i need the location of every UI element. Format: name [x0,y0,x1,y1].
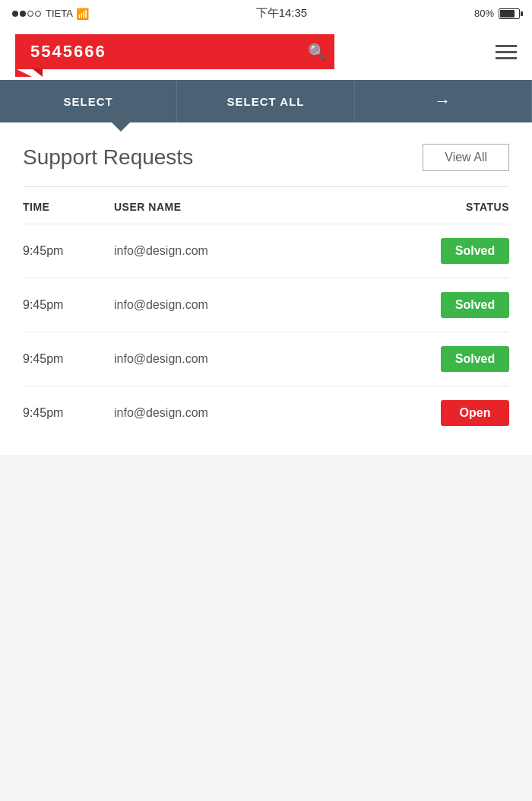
nav-arrow-icon: → [434,91,451,111]
header-time: TIME [23,201,114,213]
status-left: TIETA 📶 [12,8,89,20]
table-body: 9:45pm info@design.com Solved 9:45pm inf… [23,224,509,440]
row-user: info@design.com [114,352,410,366]
hamburger-line2 [496,51,517,53]
red-tab-left [15,68,32,77]
search-wrap: 🔍 [15,34,334,69]
wifi-icon: 📶 [76,8,89,20]
row-user: info@design.com [114,406,410,420]
nav-bar: SELECT SELECT ALL → [0,80,532,122]
header-username: USER NAME [114,201,410,213]
row-status: Open [410,400,509,426]
nav-select-label: SELECT [64,95,113,108]
status-badge[interactable]: Solved [441,346,509,372]
nav-arrow[interactable]: → [355,80,532,122]
view-all-button[interactable]: View All [423,144,509,171]
table-row: 9:45pm info@design.com Solved [23,332,509,386]
hamburger-line1 [496,45,517,47]
red-tab-right [32,68,43,77]
status-badge[interactable]: Solved [441,238,509,264]
row-time: 9:45pm [23,298,114,312]
status-badge[interactable]: Solved [441,292,509,318]
battery-percent: 80% [474,8,494,19]
app-header: 🔍 [0,27,532,80]
search-input[interactable] [15,34,334,69]
nav-select-all-label: SELECT ALL [227,95,305,108]
nav-dropdown-arrow [110,121,131,132]
row-time: 9:45pm [23,352,114,366]
table-row: 9:45pm info@design.com Solved [23,224,509,278]
status-time: 下午14:35 [256,6,308,21]
search-icon[interactable]: 🔍 [308,43,327,61]
table-row: 9:45pm info@design.com Solved [23,278,509,332]
table-divider [23,186,509,187]
hamburger-line3 [496,57,517,59]
row-status: Solved [410,346,509,372]
carrier-label: TIETA [46,8,73,19]
hamburger-menu[interactable] [496,45,517,59]
battery-fill [500,10,515,17]
row-user: info@design.com [114,298,410,312]
signal-dots [12,8,43,19]
row-status: Solved [410,292,509,318]
nav-select-all[interactable]: SELECT ALL [177,80,354,122]
status-badge[interactable]: Open [441,400,509,426]
status-bar: TIETA 📶 下午14:35 80% [0,0,532,27]
nav-select[interactable]: SELECT [0,80,177,122]
main-content: Support Requests View All TIME USER NAME… [0,122,532,455]
status-right: 80% [474,8,520,19]
header-status: STATUS [410,201,509,213]
row-status: Solved [410,238,509,264]
section-title: Support Requests [23,145,193,170]
battery-icon [499,8,520,19]
section-header: Support Requests View All [23,144,509,171]
row-time: 9:45pm [23,244,114,258]
table-row: 9:45pm info@design.com Open [23,386,509,440]
table-header: TIME USER NAME STATUS [23,201,509,224]
row-user: info@design.com [114,244,410,258]
row-time: 9:45pm [23,406,114,420]
